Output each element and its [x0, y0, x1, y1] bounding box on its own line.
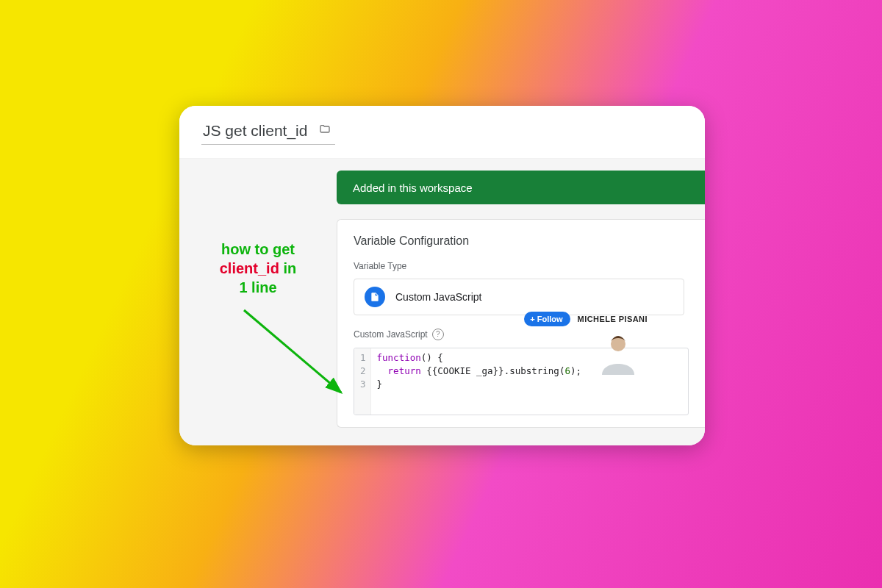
- workspace-banner: Added in this workspace: [337, 171, 705, 204]
- follow-button[interactable]: + Follow: [524, 312, 570, 326]
- gtm-panel: JS get client_id how to get client_id in…: [179, 106, 705, 445]
- gradient-background: JS get client_id how to get client_id in…: [0, 0, 882, 588]
- author-avatar: [595, 328, 642, 375]
- main-column: Added in this workspace Variable Configu…: [337, 159, 705, 445]
- variable-type-name: Custom JavaScript: [395, 291, 481, 303]
- arrow-icon: [238, 304, 363, 415]
- section-title: Variable Configuration: [354, 234, 689, 248]
- annotation-text: how to get client_id in 1 line: [179, 240, 337, 297]
- document-icon: [365, 287, 385, 307]
- title-row: JS get client_id: [201, 122, 335, 145]
- variable-configuration-card[interactable]: Variable Configuration Variable Type Cus…: [337, 219, 705, 428]
- annotation-line-3: 1 line: [179, 278, 337, 297]
- variable-type-label: Variable Type: [354, 261, 689, 271]
- annotation-line-2: client_id in: [179, 259, 337, 278]
- follow-label: Follow: [537, 315, 563, 323]
- variable-name-input[interactable]: JS get client_id: [203, 122, 307, 140]
- left-gutter: how to get client_id in 1 line: [179, 159, 337, 445]
- folder-icon[interactable]: [318, 123, 332, 138]
- panel-header: JS get client_id: [179, 106, 705, 159]
- code-content[interactable]: function() { return {{COOKIE _ga}}.subst…: [371, 348, 587, 415]
- plus-icon: +: [530, 315, 534, 323]
- author-overlay: + Follow MICHELE PISANI: [524, 312, 648, 326]
- svg-line-0: [244, 310, 341, 392]
- workspace-banner-text: Added in this workspace: [353, 182, 473, 194]
- variable-type-selector[interactable]: Custom JavaScript: [354, 279, 684, 315]
- help-icon[interactable]: ?: [432, 329, 444, 340]
- author-name: MICHELE PISANI: [578, 315, 648, 323]
- annotation-line-1: how to get: [179, 240, 337, 259]
- panel-body: how to get client_id in 1 line Added in …: [179, 159, 705, 445]
